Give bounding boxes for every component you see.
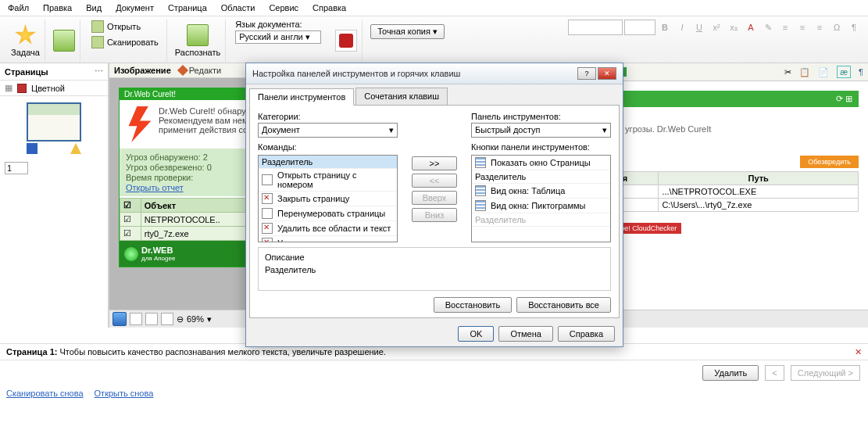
underline-icon[interactable]: U (691, 20, 707, 35)
delete-button[interactable]: Удалить (702, 365, 759, 381)
table-cell: C:\Users\...\rty0_7z.exe (659, 199, 859, 212)
nav-button[interactable] (113, 312, 127, 326)
recognize-button[interactable]: Распознать (175, 24, 220, 57)
thumb-view-icon[interactable]: ▦ (5, 83, 13, 93)
lightning-icon (126, 106, 154, 142)
align-center-icon[interactable]: ≡ (795, 20, 810, 35)
neutralize-button[interactable]: Обезвредить (800, 156, 859, 168)
list-item[interactable]: Перенумеровать страницы (277, 209, 385, 218)
copy-icon[interactable]: 📋 (799, 67, 810, 77)
menu-areas[interactable]: Области (221, 3, 255, 13)
save-icon (27, 143, 38, 154)
pilcrow-icon[interactable]: ¶ (859, 67, 863, 77)
list-item[interactable]: Показать окно Страницы (491, 158, 591, 167)
page-thumb-1[interactable] (27, 102, 81, 154)
cancel-button[interactable]: Отмена (498, 326, 552, 342)
help-button[interactable]: ? (577, 67, 596, 80)
color-mode-label[interactable]: Цветной (31, 84, 65, 93)
list-item[interactable]: Открыть страницу с номером (277, 170, 394, 189)
layout-icon[interactable] (130, 313, 142, 325)
up-button[interactable]: Вверх (412, 191, 457, 205)
restore-all-button[interactable]: Восстановить все (516, 297, 611, 313)
star-icon (14, 24, 36, 46)
list-item[interactable]: Удалить страницу (277, 238, 349, 242)
categories-select[interactable]: Документ ▾ (258, 123, 398, 138)
layout-icon[interactable] (161, 313, 173, 325)
menu-edit[interactable]: Правка (43, 3, 72, 13)
close-button[interactable]: ✕ (598, 67, 616, 80)
open-icon (91, 20, 104, 33)
task-button[interactable]: Задача (11, 24, 40, 57)
menu-help[interactable]: Справка (313, 3, 346, 13)
tab-toolbars[interactable]: Панели инструментов (249, 88, 354, 106)
omega-icon[interactable]: Ω (829, 20, 845, 35)
down-button[interactable]: Вниз (412, 208, 457, 222)
commands-list[interactable]: Разделитель Открыть страницу с номером З… (258, 155, 398, 242)
add-button[interactable]: >> (412, 156, 457, 170)
menu-tools[interactable]: Сервис (269, 3, 298, 13)
formatting-toolbar: B I U x² x₂ A ✎ ≡ ≡ ≡ Ω ¶ (568, 20, 862, 35)
new-page-button[interactable] (53, 30, 75, 52)
link-bar: Сканировать снова Открыть снова (0, 385, 868, 401)
action-bar: Удалить < Следующий > (0, 360, 868, 385)
zoom-dropdown[interactable]: ▾ (207, 314, 212, 324)
sub-icon[interactable]: x₂ (726, 20, 741, 35)
super-icon[interactable]: x² (709, 20, 724, 35)
list-item[interactable]: Удалить все области и текст (277, 224, 391, 233)
pages-tools-icon[interactable]: ⋯ (95, 66, 103, 77)
size-select[interactable] (624, 20, 655, 35)
menu-file[interactable]: Файл (8, 3, 29, 13)
lang-select[interactable]: Русский и англи ▾ (235, 30, 321, 44)
remove-button[interactable]: << (412, 174, 457, 188)
panel-select[interactable]: Быстрый доступ ▾ (471, 123, 611, 138)
buttons-list[interactable]: Показать окно Страницы Разделитель Вид о… (471, 155, 611, 242)
buttons-label: Кнопки панели инструментов: (471, 142, 611, 152)
list-item[interactable]: Закрыть страницу (277, 194, 349, 203)
bold-icon[interactable]: B (657, 20, 673, 35)
recognize-label: Распознать (175, 48, 220, 57)
ok-button[interactable]: OK (458, 326, 494, 342)
close-status-icon[interactable]: ✕ (855, 347, 862, 357)
font-select[interactable] (568, 20, 623, 35)
pilcrow-icon[interactable]: ¶ (846, 20, 862, 35)
prev-page-button[interactable]: < (765, 365, 784, 381)
table-cell: NETPROTOCOLE.. (141, 213, 257, 227)
font-color-icon[interactable]: A (743, 20, 759, 35)
scan-label: Сканировать (107, 38, 159, 47)
italic-icon[interactable]: I (674, 20, 690, 35)
categories-label: Категории: (258, 112, 398, 121)
highlight-icon[interactable]: ✎ (760, 20, 776, 35)
scan-button[interactable]: Сканировать (88, 35, 162, 49)
task-label: Задача (11, 48, 40, 57)
rescan-link[interactable]: Сканировать снова (6, 389, 84, 398)
layout-icon[interactable] (145, 313, 158, 325)
page-number-input[interactable] (5, 162, 28, 174)
help-button[interactable]: Справка (558, 326, 615, 342)
menu-view[interactable]: Вид (86, 3, 102, 13)
list-item[interactable]: Вид окна: Пиктограммы (491, 201, 586, 210)
next-page-button[interactable]: Следующий > (791, 365, 860, 381)
pdf-button[interactable] (335, 30, 357, 52)
list-item[interactable]: Вид окна: Таблица (491, 186, 565, 195)
paste-icon[interactable]: 📄 (818, 67, 829, 77)
menu-page[interactable]: Страница (168, 3, 207, 13)
tab-shortcuts[interactable]: Сочетания клавиш (355, 88, 448, 105)
menu-document[interactable]: Документ (116, 3, 154, 13)
cut-icon[interactable]: ✂ (784, 67, 791, 77)
restore-button[interactable]: Восстановить (434, 297, 512, 313)
list-item[interactable]: Разделитель (475, 215, 526, 224)
edit-image-link[interactable]: Редакти (179, 66, 221, 75)
table-view-icon (475, 185, 486, 196)
list-item[interactable]: Разделитель (475, 172, 526, 181)
mode-select[interactable]: Точная копия ▾ (370, 24, 445, 39)
table-cell: ...\NETPROTOCOL.EXE (659, 185, 859, 199)
align-right-icon[interactable]: ≡ (812, 20, 827, 35)
color-swatch-icon[interactable] (17, 84, 27, 93)
align-left-icon[interactable]: ≡ (777, 20, 793, 35)
open-button[interactable]: Открыть (88, 20, 162, 34)
reopen-link[interactable]: Открыть снова (95, 389, 154, 398)
ae-icon[interactable]: æ (837, 66, 851, 78)
list-item[interactable]: Разделитель (262, 157, 313, 167)
zoom-out-button[interactable]: ⊖ (177, 314, 184, 324)
th-path: Путь (659, 172, 859, 185)
